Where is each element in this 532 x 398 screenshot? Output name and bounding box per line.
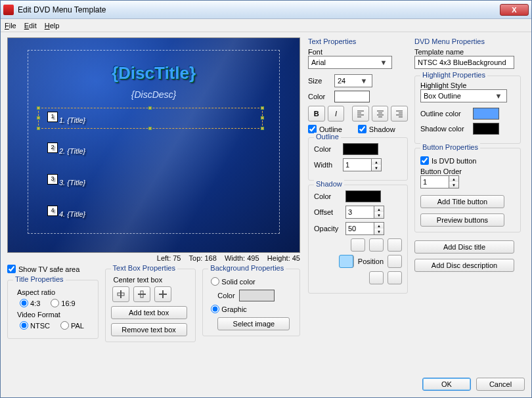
font-combo[interactable]: Arial▼ — [308, 56, 392, 69]
pos-tc[interactable] — [369, 238, 384, 252]
outline-width-spinner[interactable]: ▲▼ — [343, 158, 382, 171]
dvdprops-legend: DVD Menu Properties — [414, 37, 521, 45]
title-properties-legend: Title Properties — [13, 275, 66, 283]
window: Edit DVD Menu Template X File Edit Help … — [0, 0, 532, 398]
outline-color-swatch[interactable] — [343, 143, 378, 155]
window-title: Edit DVD Menu Template — [18, 5, 500, 14]
disc-desc[interactable]: {DiscDesc} — [131, 89, 176, 100]
chevron-down-icon: ▼ — [359, 77, 369, 85]
menu-edit[interactable]: Edit — [24, 22, 37, 30]
textprops-legend: Text Properties — [308, 37, 408, 45]
pos-mr[interactable] — [388, 255, 402, 268]
svg-rect-5 — [159, 294, 167, 295]
add-disc-desc-button[interactable]: Add Disc description — [414, 259, 514, 272]
align-left-button[interactable] — [352, 106, 369, 122]
template-name-input[interactable] — [414, 56, 514, 69]
pal-radio[interactable]: PAL — [60, 321, 84, 330]
center-v-button[interactable] — [133, 286, 150, 302]
textbox-props-legend: Text Box Properties — [111, 264, 177, 272]
bg-solid-radio[interactable]: Solid color — [211, 277, 294, 286]
close-button[interactable]: X — [500, 4, 529, 16]
select-image-button[interactable]: Select image — [217, 317, 290, 330]
shadow-offset-spinner[interactable]: ▲▼ — [345, 206, 384, 219]
title-item-3[interactable]: 33. {Title} — [47, 174, 85, 188]
bg-color-swatch[interactable] — [239, 290, 275, 301]
pos-tr[interactable] — [388, 238, 402, 252]
center-h-button[interactable] — [112, 286, 129, 302]
add-title-button[interactable]: Add Title button — [420, 195, 504, 208]
shadow-color-swatch[interactable] — [345, 190, 381, 202]
cancel-button[interactable]: Cancel — [476, 378, 525, 391]
highlight-style-combo[interactable]: Box Outline▼ — [420, 89, 507, 102]
bg-graphic-radio[interactable]: Graphic — [211, 305, 294, 313]
chevron-down-icon: ▼ — [378, 58, 389, 66]
add-textbox-button[interactable]: Add text box — [111, 306, 187, 319]
italic-button[interactable]: I — [328, 106, 345, 122]
svg-rect-0 — [120, 290, 122, 298]
title-item-2[interactable]: 22. {Title} — [47, 143, 85, 157]
aspect-169-radio[interactable]: 16:9 — [51, 299, 75, 307]
pos-bl[interactable] — [369, 271, 384, 284]
svg-rect-2 — [138, 294, 146, 295]
disc-title[interactable]: {DiscTitle} — [112, 63, 196, 83]
remove-textbox-button[interactable]: Remove text box — [111, 323, 187, 336]
show-tv-safe-checkbox[interactable]: Show TV safe area — [7, 265, 99, 273]
menubar: File Edit Help — [1, 19, 531, 32]
highlight-shadow-color-swatch[interactable] — [473, 123, 499, 135]
add-disc-title-button[interactable]: Add Disc title — [414, 240, 514, 254]
is-dvd-button-checkbox[interactable]: Is DVD button — [420, 156, 515, 165]
size-combo[interactable]: 24▼ — [334, 74, 372, 87]
chevron-down-icon: ▼ — [493, 92, 504, 100]
title-item-1[interactable]: 11. {Title}1. {Title} — [47, 112, 85, 126]
ok-button[interactable]: OK — [422, 378, 471, 391]
menu-help[interactable]: Help — [45, 22, 60, 30]
shadow-checkbox[interactable]: Shadow — [358, 125, 395, 133]
title-item-4[interactable]: 44. {Title} — [47, 206, 85, 220]
bold-button[interactable]: B — [308, 106, 325, 122]
content: {DiscTitle} {DiscDesc} 11. {Title}1. {Ti… — [1, 32, 531, 378]
preview-buttons-button[interactable]: Preview buttons — [420, 213, 504, 227]
preview-canvas[interactable]: {DiscTitle} {DiscDesc} 11. {Title}1. {Ti… — [7, 37, 300, 253]
pos-br[interactable] — [339, 255, 353, 268]
bgprops-legend: Background Properties — [208, 264, 286, 272]
ntsc-radio[interactable]: NTSC — [20, 321, 50, 330]
aspect-43-radio[interactable]: 4:3 — [20, 299, 40, 307]
align-right-button[interactable] — [391, 106, 408, 122]
align-center-button[interactable] — [372, 106, 389, 122]
coords-readout: Left: 75 Top: 168 Width: 495 Height: 45 — [7, 254, 300, 262]
shadow-opacity-spinner[interactable]: ▲▼ — [345, 222, 384, 235]
menu-file[interactable]: File — [5, 22, 16, 30]
button-order-spinner[interactable]: ▲▼ — [420, 175, 515, 188]
titlebar: Edit DVD Menu Template X — [1, 1, 531, 19]
app-icon — [3, 5, 14, 15]
highlight-outline-color-swatch[interactable] — [473, 108, 499, 120]
text-color-swatch[interactable] — [334, 91, 370, 102]
center-both-button[interactable] — [154, 286, 171, 302]
footer: OK Cancel — [1, 378, 531, 397]
pos-tl[interactable] — [351, 238, 365, 252]
pos-bc[interactable] — [388, 271, 402, 284]
